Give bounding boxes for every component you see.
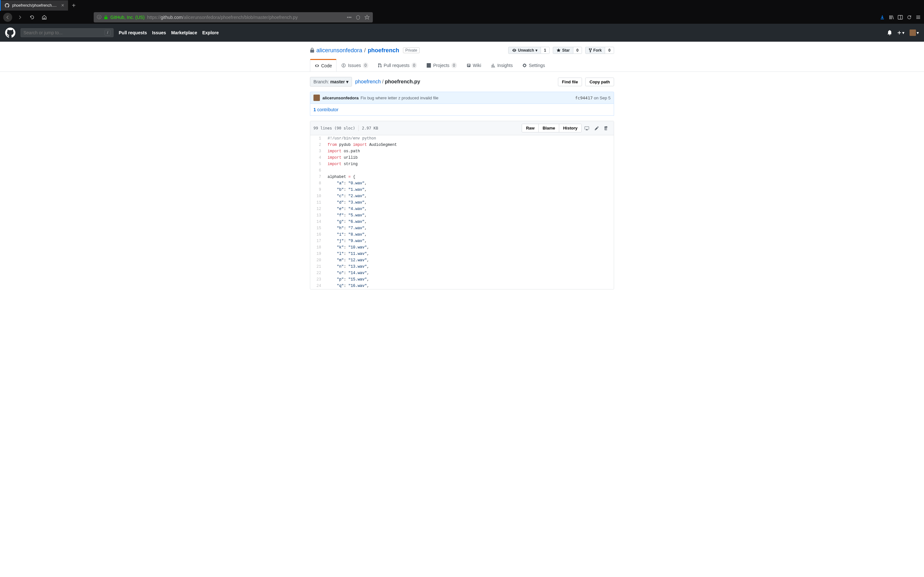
forward-button[interactable] [15, 13, 24, 22]
repo-title: alicerunsonfedora / phoefrench Private [310, 47, 420, 54]
line-number[interactable]: 2 [310, 142, 325, 148]
nav-pull-requests[interactable]: Pull requests [119, 30, 147, 35]
star-count[interactable]: 0 [573, 47, 582, 53]
code-line: 8 "a": "0.wav", [310, 180, 614, 187]
copy-path-button[interactable]: Copy path [585, 77, 614, 86]
line-number[interactable]: 12 [310, 206, 325, 212]
line-number[interactable]: 22 [310, 270, 325, 276]
code-line: 3import os.path [310, 148, 614, 155]
breadcrumb-root[interactable]: phoefrench [355, 79, 381, 84]
library-icon[interactable] [889, 15, 894, 20]
browser-tab[interactable]: phoefrench/phoefrench.py at m × [1, 0, 68, 11]
code-line: 13 "f": "5.wav", [310, 212, 614, 219]
search-input[interactable] [23, 30, 105, 35]
tab-pull-requests[interactable]: Pull requests0 [373, 59, 422, 71]
line-number[interactable]: 11 [310, 199, 325, 206]
user-menu[interactable]: ▾ [909, 29, 919, 36]
create-new-icon[interactable]: ▾ [897, 30, 905, 35]
code-line: 22 "o": "14.wav", [310, 270, 614, 276]
code-blob: 1#!/usr/bin/env python2from pydub import… [310, 135, 614, 289]
github-logo-icon[interactable] [5, 27, 15, 38]
home-button[interactable] [40, 13, 49, 22]
nav-issues[interactable]: Issues [152, 30, 166, 35]
commit-tease: alicerunsonfedora Fix bug where letter z… [310, 92, 614, 104]
line-number[interactable]: 18 [310, 244, 325, 251]
page-actions-icon[interactable]: ••• [347, 15, 352, 20]
tab-projects[interactable]: Projects0 [422, 59, 461, 71]
new-tab-button[interactable]: + [68, 2, 79, 9]
line-number[interactable]: 24 [310, 283, 325, 289]
tab-insights[interactable]: Insights [486, 59, 517, 71]
code-line: 11 "d": "3.wav", [310, 199, 614, 206]
sidebar-icon[interactable] [898, 15, 903, 20]
delete-trash-icon[interactable] [602, 126, 611, 131]
refresh-circle-icon[interactable] [907, 15, 912, 20]
downloads-icon[interactable] [880, 15, 885, 20]
bookmark-star-icon[interactable] [365, 15, 370, 20]
commit-avatar[interactable] [313, 95, 320, 101]
tab-settings[interactable]: Settings [517, 59, 550, 71]
repo-owner-link[interactable]: alicerunsonfedora [317, 47, 362, 54]
commit-sha[interactable]: fc94417 [575, 95, 593, 100]
line-number[interactable]: 5 [310, 161, 325, 167]
line-number[interactable]: 13 [310, 212, 325, 219]
history-button[interactable]: History [559, 124, 582, 132]
line-number[interactable]: 9 [310, 187, 325, 193]
nav-explore[interactable]: Explore [202, 30, 218, 35]
tab-close-icon[interactable]: × [61, 3, 64, 8]
tab-wiki[interactable]: Wiki [462, 59, 486, 71]
url-bar[interactable]: ⓘ GitHub, Inc. (US) https://github.com/a… [94, 12, 373, 23]
line-number[interactable]: 3 [310, 148, 325, 155]
line-number[interactable]: 6 [310, 167, 325, 174]
line-code: from pydub import AudioSegment [325, 142, 397, 148]
commit-author[interactable]: alicerunsonfedora [322, 95, 359, 100]
line-number[interactable]: 1 [310, 135, 325, 142]
line-number[interactable]: 10 [310, 193, 325, 199]
line-number[interactable]: 15 [310, 225, 325, 231]
fork-button[interactable]: Fork 0 [585, 47, 614, 54]
code-line: 16 "i": "8.wav", [310, 231, 614, 238]
code-line: 5import string [310, 161, 614, 167]
line-number[interactable]: 16 [310, 231, 325, 238]
commit-message[interactable]: Fix bug where letter z produced invalid … [360, 95, 439, 100]
fork-count[interactable]: 0 [605, 47, 614, 53]
raw-button[interactable]: Raw [522, 124, 538, 132]
lock-icon [104, 15, 108, 19]
edit-pencil-icon[interactable] [592, 126, 602, 131]
branch-select-menu[interactable]: Branch: master ▾ [310, 77, 352, 87]
back-button[interactable] [3, 13, 12, 22]
line-number[interactable]: 7 [310, 174, 325, 180]
nav-marketplace[interactable]: Marketplace [171, 30, 197, 35]
line-number[interactable]: 14 [310, 219, 325, 225]
repo-name-link[interactable]: phoefrench [368, 47, 399, 54]
watch-count[interactable]: 1 [541, 47, 549, 53]
notifications-bell-icon[interactable] [887, 30, 892, 35]
contributors-link[interactable]: 1 contributor [313, 107, 338, 112]
line-code [325, 167, 330, 174]
star-button[interactable]: Star 0 [553, 47, 582, 54]
watch-button[interactable]: Unwatch ▾ 1 [508, 47, 550, 54]
tab-issues[interactable]: Issues0 [336, 59, 373, 71]
line-number[interactable]: 23 [310, 276, 325, 283]
github-search[interactable]: / [21, 28, 113, 37]
line-number[interactable]: 20 [310, 257, 325, 263]
tab-code[interactable]: Code [310, 59, 336, 71]
line-number[interactable]: 17 [310, 238, 325, 244]
line-code: "a": "0.wav", [325, 180, 367, 187]
code-line: 7alphabet = { [310, 174, 614, 180]
find-file-button[interactable]: Find file [558, 77, 582, 86]
reload-button[interactable] [27, 13, 37, 22]
desktop-icon[interactable] [582, 126, 592, 131]
line-code: "g": "6.wav", [325, 219, 367, 225]
reader-icon[interactable] [355, 15, 360, 20]
line-number[interactable]: 8 [310, 180, 325, 187]
blame-button[interactable]: Blame [538, 124, 559, 132]
info-icon[interactable]: ⓘ [97, 15, 102, 20]
line-number[interactable]: 4 [310, 155, 325, 161]
line-code: "l": "11.wav", [325, 251, 369, 257]
line-code: "n": "13.wav", [325, 263, 369, 270]
hamburger-menu-icon[interactable] [916, 15, 921, 20]
line-number[interactable]: 21 [310, 263, 325, 270]
file-header: 99 lines (90 sloc) 2.97 KB Raw Blame His… [310, 121, 614, 135]
line-number[interactable]: 19 [310, 251, 325, 257]
